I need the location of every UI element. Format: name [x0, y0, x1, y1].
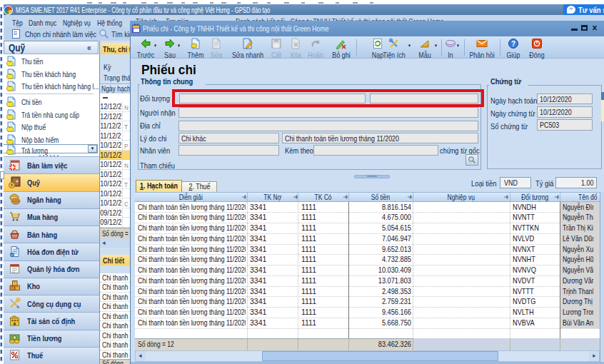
svg-text:?: ?: [511, 40, 515, 48]
